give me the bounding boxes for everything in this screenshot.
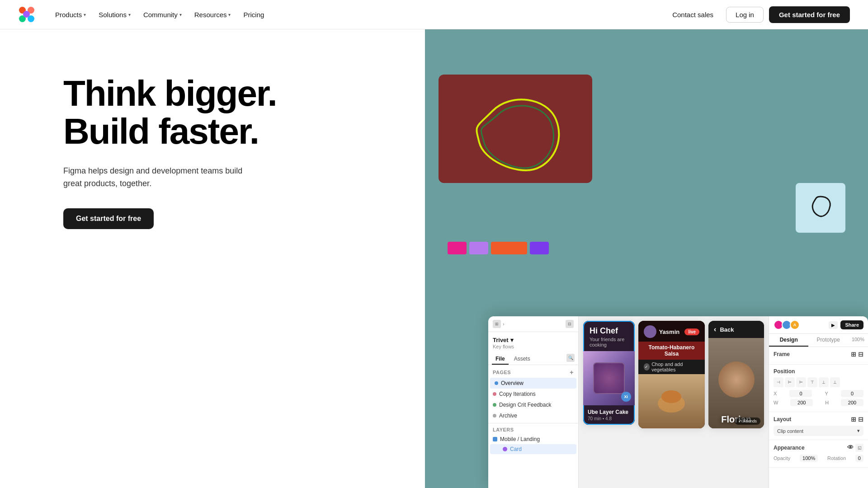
hero-subtitle: Figma helps design and development teams… [63, 165, 262, 190]
align-bottom[interactable]: ⊥ [830, 377, 840, 387]
page-item-overview[interactable]: Overview [490, 378, 576, 389]
nav-actions: Contact sales Log in Get started for fre… [665, 6, 850, 23]
layer-item-mobile-landing[interactable]: Mobile / Landing [488, 434, 578, 444]
layout-list-icon[interactable]: ⊟ [858, 416, 863, 423]
figma-properties-panel: A ▶ Share Design Prototype 100% Frame [769, 316, 868, 488]
w-value[interactable]: 200 [790, 399, 813, 406]
tab-assets[interactable]: Assets [510, 354, 534, 365]
opacity-label: Opacity [774, 455, 790, 461]
eye-icon[interactable]: 👁 [847, 444, 854, 452]
contact-sales-button[interactable]: Contact sales [665, 7, 721, 22]
page-dot-pink [493, 392, 496, 396]
tab-prototype[interactable]: Prototype [808, 334, 848, 347]
layout-icon-1[interactable]: ⊞ [851, 351, 856, 358]
toolbar-arrow: › [503, 321, 505, 327]
appearance-section: Appearance 👁 ◱ Opacity 100% Rotation 0 [769, 440, 868, 468]
user-badge-xi: Xi [621, 392, 631, 402]
right-panel: ⊞ › ⊟ Trivet ▾ Key flows File Assets 🔍 [425, 29, 868, 488]
recipe-title: Ube Layer Cake [588, 409, 630, 415]
back-label: Back [720, 326, 734, 333]
h-value[interactable]: 200 [841, 399, 863, 406]
corner-icon[interactable]: ◱ [855, 444, 863, 452]
chevron-down-icon: ▾ [128, 12, 131, 17]
rotation-value[interactable]: 0 [855, 455, 863, 462]
card-image-cake: Xi [583, 351, 635, 405]
checkmark-icon: ✓ [738, 419, 742, 423]
search-icon[interactable]: 🔍 [566, 354, 575, 362]
figma-project: Trivet ▾ Key flows [488, 332, 578, 351]
card-subtitle-hichef: Your friends are cooking [590, 337, 628, 347]
hero-title-line2: Build faster. [63, 111, 259, 151]
friends-button[interactable]: ✓ Friends [735, 418, 760, 425]
opacity-row: Opacity 100% Rotation 0 [774, 455, 863, 462]
share-button[interactable]: Share [840, 320, 863, 329]
nav-item-products[interactable]: Products ▾ [50, 7, 91, 22]
main-content: Think bigger. Build faster. Figma helps … [0, 29, 868, 488]
app-card-florian: ‹ Back Florian ✓ Friends [708, 321, 764, 428]
hero-title-line1: Think bigger. [63, 73, 277, 113]
nav-item-resources[interactable]: Resources ▾ [189, 7, 236, 22]
yasmin-avatar [644, 325, 656, 338]
figma-ui-preview: ⊞ › ⊟ Trivet ▾ Key flows File Assets 🔍 [488, 316, 868, 488]
figma-file-tabs: File Assets 🔍 [488, 351, 578, 365]
y-value[interactable]: 0 [841, 390, 863, 397]
nav-item-pricing[interactable]: Pricing [238, 7, 269, 22]
page-item-copy-iterations[interactable]: Copy Iterations [488, 389, 578, 399]
tab-design[interactable]: Design [769, 334, 808, 347]
login-button[interactable]: Log in [726, 7, 764, 23]
grid-icon[interactable]: ⊟ [566, 320, 574, 328]
chef-image: Florian ✓ Friends [708, 338, 764, 428]
h-label: H [825, 400, 829, 405]
pages-header: Pages + [488, 365, 578, 378]
layout-grid-icon[interactable]: ⊞ [851, 416, 856, 423]
layer-item-card[interactable]: Card [490, 444, 576, 454]
nav-links: Products ▾ Solutions ▾ Community ▾ Resou… [50, 7, 665, 22]
page-item-design-crit[interactable]: Design Crit Feedback [488, 399, 578, 410]
back-header: ‹ Back [708, 321, 764, 338]
nav-item-community[interactable]: Community ▾ [138, 7, 187, 22]
hero-cta-button[interactable]: Get started for free [63, 208, 154, 229]
nav-item-solutions[interactable]: Solutions ▾ [93, 7, 136, 22]
align-center-v[interactable]: ⊥ [819, 377, 829, 387]
block-pink [448, 242, 467, 254]
x-value[interactable]: 0 [789, 390, 812, 397]
y-label: Y [825, 391, 828, 396]
block-purple [530, 242, 549, 254]
card2-image [638, 374, 705, 428]
opacity-value[interactable]: 100% [800, 455, 818, 462]
right-panel-header: A ▶ Share [769, 316, 868, 334]
canvas-artwork [439, 75, 592, 183]
figma-layers-panel: ⊞ › ⊟ Trivet ▾ Key flows File Assets 🔍 [488, 316, 579, 488]
page-item-archive[interactable]: Archive [488, 410, 578, 421]
rotation-label: Rotation [827, 455, 846, 461]
get-started-button[interactable]: Get started for free [769, 6, 850, 23]
frame-section-header: Frame ⊞ ⊟ [774, 351, 863, 358]
tab-file[interactable]: File [492, 354, 509, 365]
align-right[interactable]: ⊢ [796, 377, 806, 387]
align-center-h[interactable]: ⊢ [785, 377, 795, 387]
page-dot-gray [493, 414, 496, 418]
frame-icons: ⊞ ⊟ [851, 351, 863, 358]
frame-layer-icon [493, 437, 497, 441]
layout-icon-2[interactable]: ⊟ [858, 351, 863, 358]
chevron-down-icon: ▾ [857, 428, 860, 434]
frame-section: Frame ⊞ ⊟ [769, 347, 868, 365]
size-row: W 200 H 200 [774, 399, 863, 406]
card-header: Hi Chef Your friends are cooking [583, 321, 635, 351]
right-controls: ▶ Share [829, 320, 863, 329]
position-header: Position [774, 368, 863, 375]
align-row: ⊣ ⊢ ⊢ ⊤ ⊥ ⊥ [774, 377, 863, 387]
hero-section: Think bigger. Build faster. Figma helps … [0, 29, 425, 488]
logo[interactable] [18, 6, 35, 23]
project-subtext: Key flows [493, 344, 574, 349]
play-button[interactable]: ▶ [829, 321, 838, 329]
clip-content-button[interactable]: Clip content ▾ [774, 426, 863, 436]
align-top[interactable]: ⊤ [807, 377, 817, 387]
add-page-icon[interactable]: + [570, 369, 574, 376]
card2-header: Yasmin live [638, 321, 705, 342]
back-arrow-icon: ‹ [714, 325, 716, 333]
zoom-level: 100% [848, 334, 868, 347]
chevron-down-icon: ▾ [84, 12, 86, 17]
component-layer-icon [503, 447, 507, 451]
align-left[interactable]: ⊣ [774, 377, 783, 387]
